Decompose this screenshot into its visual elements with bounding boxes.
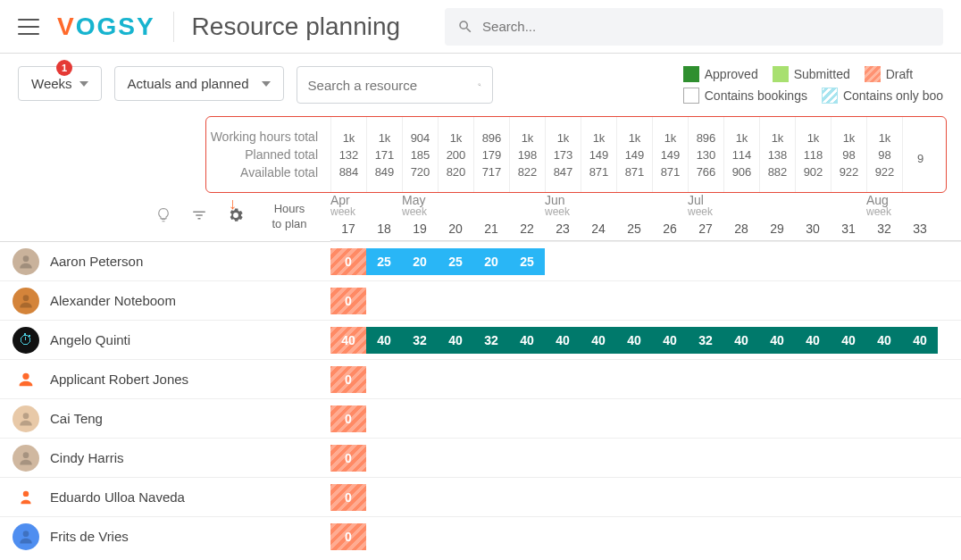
resource-row[interactable]: Cindy Harris — [0, 438, 330, 477]
week-number: 21 — [473, 216, 509, 240]
avatar — [13, 248, 39, 275]
week-number: 29 — [759, 216, 795, 240]
search-icon — [478, 77, 481, 93]
svg-point-0 — [23, 255, 29, 262]
resource-row[interactable]: Aaron Peterson — [0, 241, 330, 280]
legend-contains-bookings: Contains bookings — [683, 88, 807, 104]
logo[interactable]: VOGSY — [57, 13, 155, 41]
hours-to-plan-cell[interactable]: 0 — [330, 484, 366, 511]
booking-cell[interactable]: 40 — [581, 327, 616, 354]
week-number: 32 — [866, 216, 902, 240]
booking-cell[interactable]: 40 — [831, 327, 866, 354]
booking-cell[interactable]: 32 — [402, 327, 438, 354]
global-search[interactable] — [445, 8, 943, 46]
planned-total-label: Planned total — [245, 147, 318, 162]
resource-row[interactable]: Eduardo Ulloa Naveda — [0, 477, 330, 516]
totals-column: 1k149871 — [616, 116, 652, 193]
booking-cell[interactable]: 40 — [616, 327, 652, 354]
resource-name: Cai Teng — [50, 411, 103, 426]
booking-cell[interactable]: 40 — [902, 327, 938, 354]
global-search-input[interactable] — [482, 19, 931, 34]
booking-cell[interactable]: 25 — [438, 248, 473, 275]
resource-name: Aaron Peterson — [50, 254, 143, 269]
booking-cell[interactable]: 40 — [438, 327, 473, 354]
week-number: 19 — [402, 216, 438, 240]
booking-cell[interactable]: 20 — [402, 248, 438, 275]
resource-name: Angelo Quinti — [50, 332, 130, 347]
totals-column: 1k138882 — [759, 116, 795, 193]
booking-cell[interactable]: 40 — [366, 327, 402, 354]
booking-cell[interactable]: 25 — [509, 248, 545, 275]
resource-data-row: 0 — [330, 438, 961, 477]
hours-to-plan-cell[interactable]: 40 — [330, 327, 366, 354]
totals-column: 1k98922 — [866, 116, 902, 193]
hours-to-plan-cell[interactable]: 0 — [330, 248, 366, 275]
resource-search[interactable] — [297, 66, 493, 104]
weeks-dropdown[interactable]: 1 Weeks — [18, 66, 102, 101]
booking-cell[interactable]: 40 — [509, 327, 545, 354]
totals-column: 1k149871 — [581, 116, 616, 193]
arrow-down-icon: ↓ — [229, 195, 237, 213]
booking-cell[interactable]: 40 — [723, 327, 759, 354]
avatar — [13, 484, 39, 511]
search-icon — [457, 19, 473, 35]
avatar: ⏱ — [13, 327, 39, 354]
bulb-icon[interactable] — [155, 207, 171, 228]
resource-row[interactable]: Cai Teng — [0, 398, 330, 438]
caret-down-icon — [79, 81, 88, 87]
avatar — [13, 366, 39, 393]
booking-cell[interactable]: 20 — [473, 248, 509, 275]
totals-column: 1k132884 — [330, 116, 366, 193]
legend-submitted: Submitted — [773, 66, 850, 82]
resource-search-input[interactable] — [308, 78, 478, 93]
mode-dropdown[interactable]: Actuals and planned — [114, 66, 284, 101]
resource-row[interactable]: ⏱Angelo Quinti — [0, 320, 330, 359]
menu-icon[interactable] — [18, 19, 39, 35]
week-number: 33 — [902, 216, 938, 240]
resource-row[interactable]: Applicant Robert Jones — [0, 359, 330, 398]
mode-label: Actuals and planned — [128, 76, 249, 91]
working-hours-total-label: Working hours total — [211, 130, 318, 144]
hours-to-plan-cell[interactable]: 0 — [330, 405, 366, 432]
hours-to-plan-cell[interactable]: 0 — [330, 445, 366, 472]
totals-column: 1k98922 — [831, 116, 866, 193]
totals-column: 1k171849 — [366, 116, 402, 193]
resource-row[interactable]: Alexander Noteboom — [0, 280, 330, 320]
svg-point-1 — [23, 295, 29, 301]
booking-cell[interactable]: 40 — [759, 327, 795, 354]
booking-cell[interactable]: 32 — [473, 327, 509, 354]
week-sublabel: week — [330, 205, 355, 218]
hours-to-plan-cell[interactable]: 0 — [330, 288, 366, 314]
booking-cell[interactable]: 40 — [866, 327, 902, 354]
totals-column: 1k200820 — [438, 116, 473, 193]
booking-cell[interactable]: 25 — [366, 248, 402, 275]
week-number: 22 — [509, 216, 545, 240]
hours-to-plan-cell[interactable]: 0 — [330, 366, 366, 393]
booking-cell[interactable]: 32 — [688, 327, 723, 354]
svg-point-4 — [23, 531, 29, 537]
logo-rest: OGSY — [76, 13, 155, 40]
booking-cell[interactable]: 40 — [795, 327, 831, 354]
week-sublabel: week — [402, 205, 427, 218]
legend: Approved Submitted Draft Contains bookin… — [683, 66, 943, 104]
resource-row[interactable]: Frits de Vries — [0, 516, 330, 556]
filter-icon[interactable] — [191, 207, 207, 228]
avatar — [13, 288, 39, 314]
week-number: 27 — [688, 216, 723, 240]
totals-column: 1k149871 — [652, 116, 688, 193]
resource-data-row: 0 — [330, 516, 961, 556]
booking-cell[interactable]: 40 — [652, 327, 688, 354]
hours-to-plan-cell[interactable]: 0 — [330, 523, 366, 550]
legend-draft: Draft — [865, 66, 913, 82]
caret-down-icon — [262, 81, 271, 87]
avatar — [13, 523, 39, 550]
resource-name: Applicant Robert Jones — [50, 372, 188, 387]
resource-name: Cindy Harris — [50, 450, 124, 465]
booking-cell[interactable]: 40 — [545, 327, 581, 354]
totals-column: 904185720 — [402, 116, 438, 193]
logo-v: V — [57, 13, 76, 40]
resource-name: Eduardo Ulloa Naveda — [50, 489, 185, 505]
resource-data-row: 0 — [330, 398, 961, 438]
resource-data-row: 02520252025 — [330, 241, 961, 280]
weeks-label: Weeks — [31, 76, 72, 91]
